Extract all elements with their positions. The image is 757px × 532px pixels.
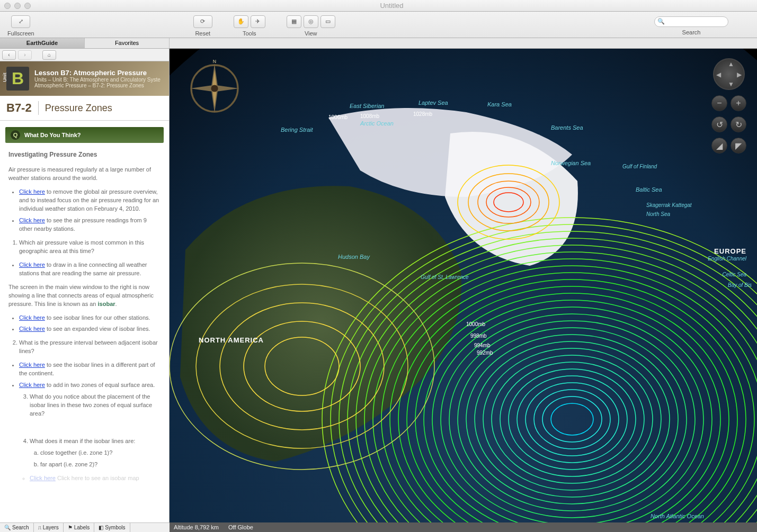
label-eastsib: East Siberian [350, 103, 384, 109]
question-3: What do you notice about the placement o… [30, 393, 161, 418]
globe-view-button[interactable]: ◎ [304, 15, 318, 28]
label-bering: Bering Strait [281, 127, 313, 133]
label-natl: North Atlantic Ocean [651, 513, 704, 519]
nav-row: ‹ › ⌂ [0, 49, 169, 61]
fullscreen-label: Fullscreen [7, 30, 34, 37]
link-show-stations[interactable]: Click here [19, 217, 45, 223]
question-1: Which air pressure value is most common … [19, 239, 161, 256]
pan-tool-button[interactable]: ✋ [234, 15, 248, 28]
label-barents: Barents Sea [551, 124, 583, 131]
status-altitude: Altitude 8,792 km [174, 524, 219, 530]
mb-1000: 1000mb [466, 321, 485, 327]
map-view-button[interactable]: ▦ [287, 15, 301, 28]
mb-1008: 1008mb [360, 113, 379, 119]
btab-labels[interactable]: ⚑Labels [64, 523, 94, 532]
status-bar: Altitude 8,792 km Off Globe [170, 522, 757, 532]
link-isobar-map[interactable]: Click here [30, 475, 56, 481]
link-add-zones[interactable]: Click here [19, 382, 45, 388]
question-4a: close together (i.e. zone 1)? [40, 449, 161, 457]
mb-1006: 1006mb [328, 114, 348, 120]
label-bob: Bay of Bis [728, 282, 752, 288]
mb-992: 992mb [477, 350, 493, 356]
lesson-breadcrumb-2: Atmospheric Pressure – B7-2: Pressure Zo… [34, 83, 161, 88]
titlebar: Untitled [0, 0, 757, 12]
search-small-icon: 🔍 [4, 525, 11, 530]
btab-search[interactable]: 🔍Search [0, 523, 34, 532]
view-label: View [305, 30, 317, 37]
sidebar-tabs: EarthGuide Favorites [0, 38, 757, 49]
lesson-banner: B Lesson B7: Atmospheric Pressure Units … [0, 61, 169, 96]
lesson-body[interactable]: Investigating Pressure Zones Air pressur… [0, 143, 169, 522]
btab-symbols[interactable]: ◧Symbols [94, 523, 130, 532]
label-norweg: Norwegian Sea [551, 160, 591, 166]
link-diff-part[interactable]: Click here [19, 362, 45, 368]
label-kara: Kara Sea [487, 101, 512, 107]
reset-button[interactable]: ⟳ [193, 15, 212, 28]
link-draw-line[interactable]: Click here [19, 262, 45, 268]
unit-badge: B [6, 67, 29, 91]
status-position: Off Globe [228, 524, 253, 530]
label-arctic: Arctic Ocean [360, 120, 394, 127]
svg-text:N: N [213, 59, 216, 64]
section-number: B7-2 [6, 101, 39, 115]
label-northamerica: NORTH AMERICA [199, 336, 264, 344]
mb-998: 998mb [470, 333, 487, 339]
pan-ring[interactable]: ▲▼ ◀▶ [713, 58, 745, 90]
label-hudson: Hudson Bay [338, 254, 370, 260]
forward-button[interactable]: › [18, 50, 32, 60]
label-europe: EUROPE [714, 247, 746, 255]
label-baltic: Baltic Sea [636, 186, 662, 193]
fullscreen-button[interactable]: ⤢ [11, 15, 30, 28]
window-title: Untitled [31, 2, 753, 10]
spin-tool-button[interactable]: ✈ [251, 15, 265, 28]
minimize-icon[interactable] [14, 3, 21, 9]
zoom-in-button[interactable]: + [731, 95, 746, 111]
tilt-up-button[interactable]: ◤ [731, 138, 746, 154]
tools-label: Tools [243, 30, 256, 37]
main-toolbar: ⤢ Fullscreen ⟳ Reset ✋ ✈ Tools ▦ ◎ ▭ Vie… [0, 12, 757, 38]
question-icon: Q [11, 130, 20, 140]
lesson-title: Lesson B7: Atmospheric Pressure [34, 69, 161, 77]
nav-controls: ▲▼ ◀▶ − + ↺ ↻ ◢ ◤ [711, 58, 746, 154]
flag-icon: ⚑ [68, 525, 73, 530]
mb-1028: 1028mb [413, 111, 432, 117]
question-4: What does it mean if the isobar lines ar… [30, 438, 135, 444]
question-bar-label: What Do You Think? [24, 132, 81, 138]
zoom-icon[interactable] [24, 3, 31, 9]
section-title: Pressure Zones [45, 103, 112, 114]
shapes-icon: ◧ [99, 525, 103, 530]
label-gof: Gulf of Finland [622, 164, 657, 169]
link-remove-overview[interactable]: Click here [19, 188, 45, 195]
globe-viewport[interactable]: N ▲▼ ◀▶ − + ↺ ↻ ◢ ◤ Arctic Ocean Laptev … [170, 49, 757, 522]
back-button[interactable]: ‹ [2, 50, 16, 60]
btab-layers[interactable]: ⎍Layers [34, 523, 64, 532]
close-icon[interactable] [4, 3, 11, 9]
question-bar: Q What Do You Think? [5, 127, 164, 143]
reset-label: Reset [195, 30, 210, 37]
section-header: B7-2 Pressure Zones [0, 96, 169, 121]
question-4b: far apart (i.e. zone 2)? [40, 461, 161, 469]
rotate-ccw-button[interactable]: ↺ [711, 116, 727, 132]
label-stlaw: Gulf of St. Lawrence [421, 274, 469, 280]
sidebar: ‹ › ⌂ B Lesson B7: Atmospheric Pressure … [0, 49, 170, 522]
link-isobar-expanded[interactable]: Click here [19, 326, 45, 332]
zoom-out-button[interactable]: − [711, 95, 727, 111]
layers-icon: ⎍ [38, 525, 41, 530]
label-celtic: Celtic Sea [722, 272, 746, 277]
label-skag: Skagerrak Kattegat [646, 202, 692, 208]
bottom-tabs: 🔍Search ⎍Layers ⚑Labels ◧Symbols [0, 522, 170, 532]
svg-point-43 [211, 85, 218, 92]
tab-earthguide[interactable]: EarthGuide [0, 38, 85, 48]
tilt-down-button[interactable]: ◢ [711, 138, 727, 154]
lesson-breadcrumb-1: Units – Unit B: The Atmosphere and Circu… [34, 77, 161, 83]
label-nsea: North Sea [646, 211, 670, 217]
flat-view-button[interactable]: ▭ [320, 15, 335, 28]
compass-icon: N [185, 59, 244, 118]
traffic-lights [4, 3, 31, 9]
rotate-cw-button[interactable]: ↻ [731, 116, 746, 132]
search-input[interactable] [654, 16, 728, 27]
tab-favorites[interactable]: Favorites [85, 38, 170, 48]
link-isobar-others[interactable]: Click here [19, 314, 45, 321]
search-label: Search [682, 29, 701, 35]
home-button[interactable]: ⌂ [42, 50, 56, 60]
